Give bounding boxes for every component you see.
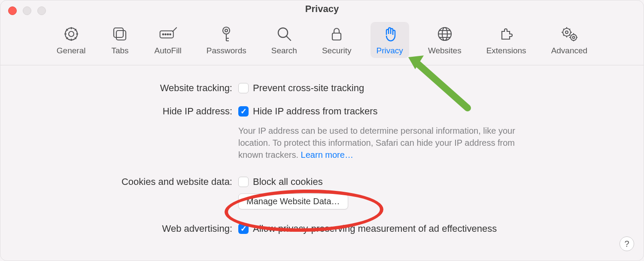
tab-privacy[interactable]: Privacy [371,22,409,58]
minimize-window-button[interactable] [23,6,31,15]
gear-icon [62,25,81,43]
tab-general[interactable]: General [51,22,92,58]
tab-extensions[interactable]: Extensions [480,22,532,58]
svg-point-1 [65,28,77,40]
svg-point-8 [170,34,171,35]
option-allow-ad-measurement: Allow privacy-preserving measurement of … [253,222,497,235]
tab-label: General [57,46,86,55]
lock-icon [327,25,346,43]
svg-point-18 [572,37,574,39]
window-title: Privacy [305,3,339,14]
hand-icon [380,25,399,43]
svg-point-6 [165,34,166,35]
tab-search[interactable]: Search [265,22,303,58]
label-web-advertising: Web advertising: [0,222,238,235]
tab-tabs[interactable]: Tabs [104,22,135,58]
gears-icon [560,25,579,43]
zoom-window-button[interactable] [37,6,46,15]
tab-security[interactable]: Security [316,22,358,58]
learn-more-link[interactable]: Learn more… [301,150,353,160]
preferences-toolbar: General Tabs A [0,18,644,65]
help-button[interactable]: ? [620,236,634,251]
tab-label: Privacy [377,46,403,55]
globe-icon [435,25,454,43]
tab-websites[interactable]: Websites [422,22,468,58]
tab-label: Search [271,46,297,55]
tab-label: Extensions [486,46,526,55]
puzzle-icon [497,25,516,43]
svg-point-17 [571,34,577,40]
row-hide-ip: Hide IP address: Hide IP address from tr… [0,105,644,161]
option-prevent-cross-site-tracking: Prevent cross-site tracking [253,82,364,95]
checkbox-block-all-cookies[interactable] [238,177,249,187]
option-hide-ip-from-trackers: Hide IP address from trackers [253,105,378,118]
tab-label: Passwords [207,46,246,55]
titlebar: Privacy [0,0,644,18]
tab-label: Security [322,46,352,55]
svg-rect-2 [114,28,123,37]
row-cookies: Cookies and website data: Block all cook… [0,175,644,209]
hide-ip-description: Your IP address can be used to determine… [238,125,539,161]
autofill-icon [158,25,177,43]
svg-rect-4 [160,31,173,38]
close-window-button[interactable] [8,6,17,15]
tab-advanced[interactable]: Advanced [545,22,594,58]
label-hide-ip: Hide IP address: [0,105,238,118]
tab-label: Websites [428,46,462,55]
svg-point-9 [223,27,230,34]
svg-point-7 [167,34,169,35]
preferences-window: Privacy General Tabs [0,0,644,261]
tab-label: AutoFill [154,46,181,55]
key-icon [217,25,236,43]
checkbox-prevent-cross-site-tracking[interactable] [238,83,249,93]
svg-point-16 [565,31,568,34]
privacy-pane: Website tracking: Prevent cross-site tra… [0,65,644,235]
svg-rect-3 [116,31,126,40]
svg-rect-12 [332,33,341,40]
checkbox-allow-ad-measurement[interactable] [238,224,249,234]
svg-point-10 [225,29,228,32]
tab-autofill[interactable]: AutoFill [148,22,187,58]
svg-point-5 [163,34,164,35]
tab-label: Advanced [551,46,588,55]
tabs-icon [110,25,129,43]
tab-passwords[interactable]: Passwords [200,22,252,58]
checkbox-hide-ip-from-trackers[interactable] [238,106,249,117]
row-website-tracking: Website tracking: Prevent cross-site tra… [0,82,644,95]
label-website-tracking: Website tracking: [0,82,238,95]
label-cookies: Cookies and website data: [0,175,238,188]
window-controls [8,6,46,15]
tab-label: Tabs [111,46,128,55]
manage-website-data-button[interactable]: Manage Website Data… [238,193,348,209]
search-icon [275,25,294,43]
row-web-advertising: Web advertising: Allow privacy-preservin… [0,222,644,235]
svg-point-0 [69,31,74,37]
option-block-all-cookies: Block all cookies [253,175,323,188]
